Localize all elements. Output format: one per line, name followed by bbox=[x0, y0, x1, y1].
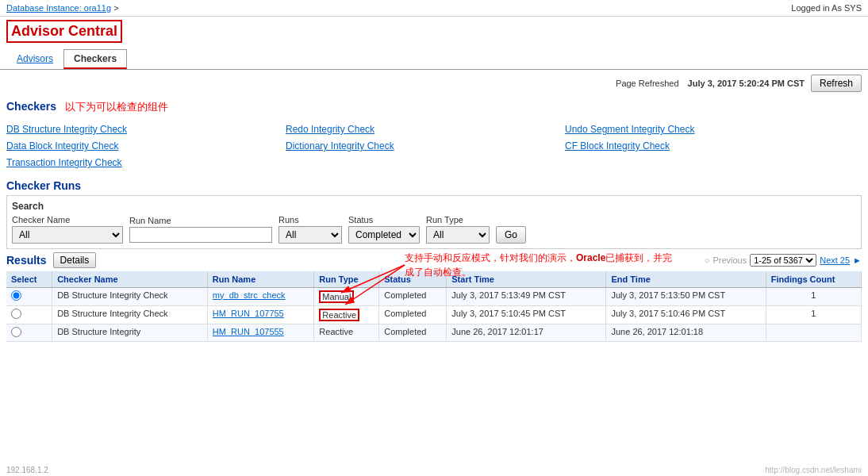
refresh-bar: Page Refreshed July 3, 2017 5:20:24 PM C… bbox=[0, 70, 868, 97]
checker-link-dictionary[interactable]: Dictionary Integrity Check bbox=[286, 139, 563, 154]
page-info-select[interactable]: 1-25 of 5367 bbox=[750, 254, 816, 267]
logged-in-label: Logged in As SYS bbox=[791, 3, 862, 13]
row1-end-time: July 3, 2017 5:13:50 PM CST bbox=[606, 287, 766, 305]
checker-link-redo[interactable]: Redo Integrity Check bbox=[286, 122, 563, 137]
previous-label: Previous bbox=[712, 255, 747, 265]
row1-findings: 1 bbox=[766, 287, 861, 305]
status-label: Status bbox=[348, 215, 420, 225]
results-title: Results bbox=[6, 254, 47, 267]
tab-advisors[interactable]: Advisors bbox=[6, 49, 63, 69]
radio-circle-icon: ○ bbox=[705, 255, 710, 265]
checker-link-transaction[interactable]: Transaction Integrity Check bbox=[6, 155, 284, 171]
next-icon[interactable]: ► bbox=[853, 255, 862, 265]
checker-link-data-block[interactable]: Data Block Integrity Check bbox=[6, 139, 284, 154]
col-select: Select bbox=[6, 271, 52, 288]
status-col: Status All Completed Running Failed bbox=[348, 215, 420, 244]
checker-link-undo[interactable]: Undo Segment Integrity Check bbox=[565, 122, 843, 137]
annotation: 支持手动和反应模式，针对我们的演示，Oracle已捕获到，并完成了自动检查。 bbox=[405, 251, 674, 279]
checkers-section-title: Checkers bbox=[6, 100, 56, 113]
row2-end-time: July 3, 2017 5:10:46 PM CST bbox=[606, 305, 766, 324]
site-watermark: http://blog.csdn.net/leshami bbox=[765, 466, 862, 474]
row1-run-name-link[interactable]: my_db_strc_check bbox=[213, 290, 286, 300]
row3-status: Completed bbox=[379, 324, 447, 341]
col-checker-name: Checker Name bbox=[52, 271, 208, 288]
db-instance-link[interactable]: Database Instance: ora11g bbox=[6, 3, 111, 13]
page-title-section: Advisor Central bbox=[0, 17, 868, 46]
checker-name-label: Checker Name bbox=[12, 215, 123, 225]
ip-watermark: 192.168.1.2 bbox=[6, 466, 48, 474]
annotation-oracle: Oracle bbox=[576, 252, 605, 263]
refresh-button[interactable]: Refresh bbox=[811, 75, 862, 92]
checkers-section: Checkers 以下为可以检查的组件 bbox=[0, 97, 868, 117]
row3-run-type: Reactive bbox=[314, 324, 379, 341]
checker-link-cf-block[interactable]: CF Block Integrity Check bbox=[565, 139, 843, 154]
row1-checker-name: DB Structure Integrity Check bbox=[52, 287, 208, 305]
row2-run-name-link[interactable]: HM_RUN_107755 bbox=[213, 309, 284, 318]
col-findings: Findings Count bbox=[766, 271, 861, 288]
search-box: Search Checker Name All Run Name Runs Al… bbox=[6, 195, 862, 249]
row2-radio[interactable] bbox=[11, 309, 21, 319]
run-name-input[interactable] bbox=[129, 227, 272, 243]
row3-radio[interactable] bbox=[11, 327, 21, 337]
search-label: Search bbox=[12, 201, 856, 212]
row2-findings: 1 bbox=[766, 305, 861, 324]
go-button[interactable]: Go bbox=[496, 226, 526, 244]
runs-select[interactable]: All bbox=[278, 226, 342, 244]
page-refreshed-label: Page Refreshed July 3, 2017 5:20:24 PM C… bbox=[616, 79, 805, 88]
checker-runs-title: Checker Runs bbox=[0, 175, 868, 195]
row1-start-time: July 3, 2017 5:13:49 PM CST bbox=[447, 287, 606, 305]
next-button[interactable]: Next 25 bbox=[820, 255, 850, 265]
tabs-bar: Advisors Checkers bbox=[0, 49, 868, 70]
checker-links-grid: DB Structure Integrity Check Redo Integr… bbox=[0, 117, 868, 175]
checker-name-select[interactable]: All bbox=[12, 226, 123, 244]
row3-select bbox=[6, 324, 52, 341]
run-type-select[interactable]: All Manual Reactive bbox=[426, 226, 490, 244]
run-type-col: Run Type All Manual Reactive bbox=[426, 215, 490, 244]
annotation-text1: 支持手动和反应模式，针对我们的演示， bbox=[405, 252, 576, 263]
results-area: 支持手动和反应模式，针对我们的演示，Oracle已捕获到，并完成了自动检查。 R… bbox=[0, 249, 868, 345]
row2-select bbox=[6, 305, 52, 324]
checker-link-db-structure[interactable]: DB Structure Integrity Check bbox=[6, 122, 284, 137]
row3-start-time: June 26, 2017 12:01:17 bbox=[447, 324, 606, 341]
row3-end-time: June 26, 2017 12:01:18 bbox=[606, 324, 766, 341]
status-select[interactable]: All Completed Running Failed bbox=[348, 226, 420, 244]
run-name-label: Run Name bbox=[129, 216, 272, 225]
search-row: Checker Name All Run Name Runs All Statu… bbox=[12, 215, 856, 244]
breadcrumb-separator: > bbox=[113, 3, 118, 13]
details-button[interactable]: Details bbox=[53, 252, 97, 268]
checkers-subtitle: 以下为可以检查的组件 bbox=[65, 101, 168, 113]
checker-name-col: Checker Name All bbox=[12, 215, 123, 244]
row3-run-name-link[interactable]: HM_RUN_107555 bbox=[213, 327, 284, 336]
row2-checker-name: DB Structure Integrity Check bbox=[52, 305, 208, 324]
row1-radio[interactable] bbox=[11, 290, 21, 301]
runs-label: Runs bbox=[278, 215, 342, 225]
run-type-label: Run Type bbox=[426, 215, 490, 225]
top-bar: Database Instance: ora11g > Logged in As… bbox=[0, 0, 868, 17]
runs-col: Runs All bbox=[278, 215, 342, 244]
breadcrumb: Database Instance: ora11g > bbox=[6, 3, 119, 13]
row3-findings bbox=[766, 324, 861, 341]
row1-select bbox=[6, 287, 52, 305]
table-row: DB Structure Integrity HM_RUN_107555 Rea… bbox=[6, 324, 862, 341]
run-name-col: Run Name bbox=[129, 216, 272, 243]
svg-line-2 bbox=[345, 265, 405, 305]
tab-checkers[interactable]: Checkers bbox=[63, 49, 127, 69]
row2-start-time: July 3, 2017 5:10:45 PM CST bbox=[447, 305, 606, 324]
row3-checker-name: DB Structure Integrity bbox=[52, 324, 208, 341]
pagination: ○ Previous 1-25 of 5367 Next 25 ► bbox=[705, 254, 862, 267]
svg-line-1 bbox=[341, 265, 405, 293]
row3-run-name: HM_RUN_107555 bbox=[207, 324, 313, 341]
page-title: Advisor Central bbox=[6, 20, 122, 43]
